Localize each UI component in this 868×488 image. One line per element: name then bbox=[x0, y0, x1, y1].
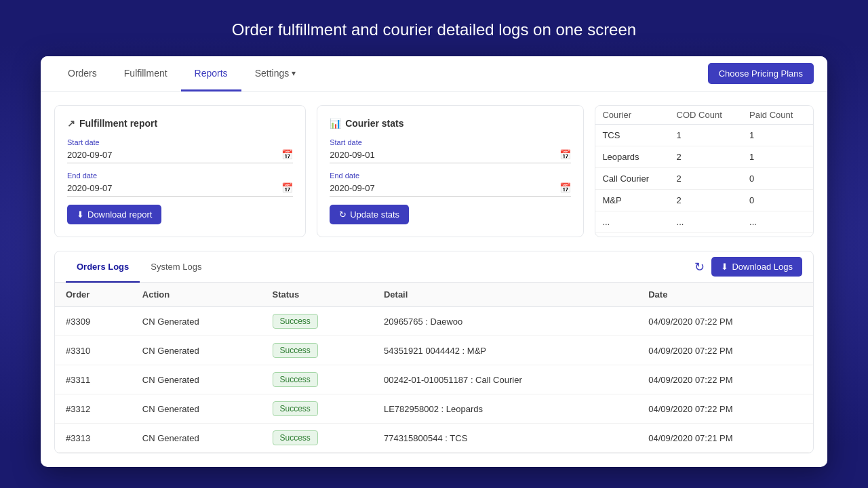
tab-fulfillment[interactable]: Fulfillment bbox=[111, 57, 181, 92]
calendar-icon[interactable]: 📅 bbox=[281, 149, 293, 160]
tab-reports[interactable]: Reports bbox=[181, 57, 241, 92]
courier-name: ... bbox=[595, 211, 669, 233]
courier-stats-title: 📊 Courier stats bbox=[330, 118, 571, 129]
update-stats-button[interactable]: ↻ Update stats bbox=[330, 205, 409, 224]
log-table-row: #3309 CN Generated Success 20965765 : Da… bbox=[55, 307, 813, 336]
tab-settings[interactable]: Settings ▾ bbox=[241, 57, 310, 92]
courier-cod-count: ... bbox=[670, 211, 743, 233]
start-date-row: 📅 bbox=[67, 149, 293, 163]
log-detail: 20965765 : Daewoo bbox=[373, 307, 637, 336]
courier-name: Call Courier bbox=[595, 168, 669, 190]
courier-table-row: Call Courier 2 0 bbox=[595, 168, 813, 190]
logs-header: Orders Logs System Logs ↻ ⬇ Download Log… bbox=[55, 251, 813, 283]
pricing-button[interactable]: Choose Pricing Plans bbox=[708, 63, 814, 84]
log-date: 04/09/2020 07:22 PM bbox=[637, 336, 813, 365]
courier-end-input[interactable] bbox=[330, 183, 559, 193]
trend-icon: ↗ bbox=[67, 118, 75, 129]
action-col-header: Action bbox=[132, 283, 262, 307]
download-report-button[interactable]: ⬇ Download report bbox=[67, 205, 161, 224]
courier-table-row: Leopards 2 1 bbox=[595, 146, 813, 168]
chevron-down-icon: ▾ bbox=[292, 68, 296, 78]
courier-paid-count: 0 bbox=[743, 190, 813, 211]
refresh-icon-small: ↻ bbox=[339, 209, 347, 220]
status-badge: Success bbox=[273, 343, 318, 358]
log-status: Success bbox=[262, 394, 373, 424]
end-date-input[interactable] bbox=[67, 183, 281, 193]
main-content: ↗ Fulfillment report Start date 📅 End da… bbox=[41, 92, 827, 467]
courier-calendar-end-icon[interactable]: 📅 bbox=[559, 182, 571, 193]
courier-name: Leopards bbox=[595, 146, 669, 168]
tab-orders[interactable]: Orders bbox=[54, 57, 111, 92]
fulfillment-report-title: ↗ Fulfillment report bbox=[67, 118, 293, 129]
courier-stats-table: Courier COD Count Paid Count TCS 1 1 Leo… bbox=[595, 106, 813, 233]
log-date: 04/09/2020 07:21 PM bbox=[637, 424, 813, 453]
log-date: 04/09/2020 07:22 PM bbox=[637, 365, 813, 394]
log-status: Success bbox=[262, 307, 373, 336]
logs-table: Order Action Status Detail Date #3309 CN… bbox=[55, 283, 813, 453]
fulfillment-report-card: ↗ Fulfillment report Start date 📅 End da… bbox=[54, 105, 306, 237]
log-status: Success bbox=[262, 424, 373, 453]
start-date-input[interactable] bbox=[67, 150, 281, 160]
app-container: Orders Fulfillment Reports Settings ▾ Ch… bbox=[41, 56, 827, 467]
courier-end-row: 📅 bbox=[330, 182, 571, 197]
cod-count-col-header: COD Count bbox=[670, 106, 743, 125]
log-date: 04/09/2020 07:22 PM bbox=[637, 394, 813, 424]
log-order: #3312 bbox=[55, 394, 132, 424]
courier-end-label: End date bbox=[330, 171, 571, 180]
log-table-row: #3313 CN Generated Success 774315800544 … bbox=[55, 424, 813, 453]
paid-count-col-header: Paid Count bbox=[743, 106, 813, 125]
log-detail: 54351921 0044442 : M&P bbox=[373, 336, 637, 365]
order-col-header: Order bbox=[55, 283, 132, 307]
refresh-button[interactable]: ↻ bbox=[694, 260, 705, 274]
log-action: CN Generated bbox=[132, 336, 262, 365]
calendar-icon-end[interactable]: 📅 bbox=[281, 182, 293, 193]
courier-paid-count: 1 bbox=[743, 146, 813, 168]
courier-section: 📊 Courier stats Start date 📅 End date 📅 bbox=[317, 105, 814, 237]
detail-col-header: Detail bbox=[373, 283, 637, 307]
download-logs-button[interactable]: ⬇ Download Logs bbox=[711, 257, 802, 277]
log-date: 04/09/2020 07:22 PM bbox=[637, 307, 813, 336]
courier-table-row: TCS 1 1 bbox=[595, 125, 813, 146]
log-action: CN Generated bbox=[132, 394, 262, 424]
courier-cod-count: 1 bbox=[670, 125, 743, 146]
tab-system-logs[interactable]: System Logs bbox=[140, 252, 212, 283]
courier-calendar-start-icon[interactable]: 📅 bbox=[559, 149, 571, 160]
log-detail: 774315800544 : TCS bbox=[373, 424, 637, 453]
log-detail: 00242-01-010051187 : Call Courier bbox=[373, 365, 637, 394]
status-badge: Success bbox=[273, 314, 318, 329]
log-table-row: #3312 CN Generated Success LE782958002 :… bbox=[55, 394, 813, 424]
end-date-row: 📅 bbox=[67, 182, 293, 197]
top-nav: Orders Fulfillment Reports Settings ▾ Ch… bbox=[41, 56, 827, 92]
log-action: CN Generated bbox=[132, 424, 262, 453]
courier-cod-count: 2 bbox=[670, 168, 743, 190]
courier-table-card: Courier COD Count Paid Count TCS 1 1 Leo… bbox=[595, 105, 814, 237]
log-order: #3309 bbox=[55, 307, 132, 336]
courier-start-row: 📅 bbox=[330, 149, 571, 163]
courier-paid-count: 0 bbox=[743, 168, 813, 190]
log-order: #3311 bbox=[55, 365, 132, 394]
status-badge: Success bbox=[273, 430, 318, 445]
log-status: Success bbox=[262, 365, 373, 394]
bar-chart-icon: 📊 bbox=[330, 118, 341, 129]
logs-section: Orders Logs System Logs ↻ ⬇ Download Log… bbox=[54, 251, 814, 453]
page-headline: Order fulfillment and courier detailed l… bbox=[232, 20, 636, 39]
status-badge: Success bbox=[273, 372, 318, 387]
logs-header-right: ↻ ⬇ Download Logs bbox=[694, 257, 802, 277]
download-icon: ⬇ bbox=[77, 209, 84, 220]
courier-start-label: Start date bbox=[330, 138, 571, 146]
courier-start-input[interactable] bbox=[330, 150, 559, 160]
download-logs-icon: ⬇ bbox=[721, 262, 728, 272]
courier-table-row: ... ... ... bbox=[595, 211, 813, 233]
log-action: CN Generated bbox=[132, 365, 262, 394]
courier-name: TCS bbox=[595, 125, 669, 146]
courier-table-row: M&P 2 0 bbox=[595, 190, 813, 211]
log-order: #3313 bbox=[55, 424, 132, 453]
tab-orders-logs[interactable]: Orders Logs bbox=[66, 252, 140, 283]
end-date-label: End date bbox=[67, 171, 293, 180]
nav-tabs: Orders Fulfillment Reports Settings ▾ bbox=[54, 56, 708, 91]
cards-row: ↗ Fulfillment report Start date 📅 End da… bbox=[54, 105, 814, 237]
start-date-label: Start date bbox=[67, 138, 293, 146]
courier-cod-count: 2 bbox=[670, 190, 743, 211]
log-status: Success bbox=[262, 336, 373, 365]
courier-paid-count: ... bbox=[743, 211, 813, 233]
